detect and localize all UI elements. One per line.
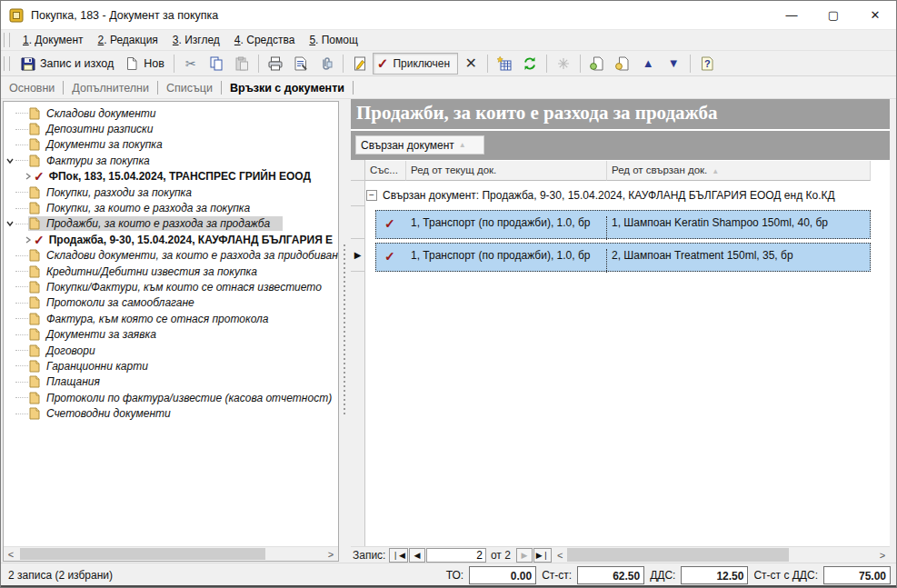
new-button[interactable]: Нов [119, 54, 170, 74]
collapse-group-icon[interactable]: − [366, 190, 377, 201]
paste-button[interactable] [229, 54, 254, 74]
print-button[interactable] [263, 54, 288, 74]
tree-item[interactable]: Протоколи за самооблагане [4, 295, 338, 311]
tree-item-label: Фактури за покупка [46, 154, 150, 167]
print-preview-button[interactable] [288, 54, 314, 74]
chevron-down-icon[interactable] [4, 219, 15, 228]
toolbar-separator [690, 55, 691, 73]
grip-handle[interactable] [4, 56, 10, 71]
tree-item[interactable]: Покупки, за които е разхода за покупка [4, 200, 338, 215]
open-folder-icon [28, 217, 41, 230]
menu-view[interactable]: 3. Изглед [165, 32, 227, 48]
tree-item[interactable]: Протоколи по фактура/известие (касова от… [4, 390, 338, 405]
scroll-right-icon[interactable]: > [324, 547, 338, 562]
chevron-right-icon[interactable] [22, 172, 34, 181]
linked-row[interactable]: ✓ 1, Транспорт (по продажби), 1.0, бр 2,… [375, 243, 871, 272]
menu-tools[interactable]: 4. Средства [227, 32, 303, 48]
tree-item-label: Продажби, за които е разхода за продажба [46, 217, 270, 230]
sort-ascending-icon: ▲ [459, 141, 466, 149]
tab-main[interactable]: Основни [1, 79, 63, 97]
first-record-button[interactable]: ❘◀ [389, 548, 407, 563]
menu-bar: 1. Документ 2. Редакция 3. Изглед 4. Сре… [1, 30, 896, 51]
scroll-left-icon[interactable]: < [553, 548, 567, 563]
new-grid-button[interactable] [492, 54, 517, 74]
tree-item-label: Договори [46, 344, 95, 357]
maximize-button[interactable]: ▢ [812, 1, 854, 29]
check-icon: ✓ [34, 233, 45, 247]
scroll-right-icon[interactable]: > [875, 548, 890, 563]
column-header-linked-doc[interactable]: Ред от свързан док.▲ [607, 161, 871, 181]
tree-item[interactable]: Складови документи [4, 105, 338, 121]
tree-item-label: Покупки, разходи за покупка [46, 186, 192, 199]
copy-document-green-icon [590, 56, 604, 71]
tree-item[interactable]: Покупки, разходи за покупка [4, 184, 338, 200]
tab-lists[interactable]: Списъци [158, 79, 221, 97]
menu-help[interactable]: 5. Помощ [302, 32, 364, 48]
move-up-button[interactable]: ▲ [635, 54, 661, 74]
selector-cell-current: ▶ [351, 239, 364, 272]
column-header-status[interactable]: Със... [365, 161, 406, 181]
tree-item[interactable]: Гаранционни карти [4, 358, 338, 374]
edit-document-button[interactable] [347, 54, 373, 74]
menu-document[interactable]: 1. Документ [15, 32, 91, 48]
refresh-button[interactable] [517, 54, 543, 74]
tree-item[interactable]: Документи за покупка [4, 137, 338, 153]
save-and-exit-button[interactable]: Запис и изход [15, 54, 119, 74]
close-button[interactable]: ✕ [854, 1, 896, 29]
tree-item[interactable]: Кредитни/Дебитни известия за покупка [4, 264, 338, 279]
toolbar-separator [546, 55, 547, 73]
tree-item[interactable]: Плащания [4, 374, 338, 390]
toolbar: Запис и изход Нов ✂ ✓ Приключен ✕ ▲ ▼ ? [1, 51, 896, 76]
tree-item[interactable]: Фактури за покупка [4, 153, 338, 168]
tree-item-label: Протоколи по фактура/известие (касова от… [46, 392, 332, 404]
previous-record-button[interactable]: ◀ [409, 548, 425, 563]
copy-button[interactable] [204, 54, 229, 74]
tree-horizontal-scrollbar[interactable]: < > [4, 546, 338, 561]
tree-item-label: Складови документи [46, 107, 156, 120]
duplicate-document-button[interactable] [610, 54, 635, 74]
last-record-button[interactable]: ▶❘ [533, 548, 552, 563]
scroll-left-icon[interactable]: < [4, 547, 18, 562]
chevron-down-icon[interactable] [4, 156, 15, 165]
help-button[interactable]: ? [694, 54, 720, 74]
folder-icon [28, 407, 41, 420]
grid-horizontal-scrollbar[interactable] [567, 547, 875, 563]
tree-item[interactable]: Договори [4, 343, 338, 358]
tree-item[interactable]: Депозитни разписки [4, 121, 338, 136]
scrollbar-thumb[interactable] [567, 548, 789, 562]
paperclip-icon [319, 56, 334, 71]
folder-icon [28, 265, 41, 278]
completed-status-toggle[interactable]: ✓ Приключен [373, 53, 458, 75]
column-header-current-doc[interactable]: Ред от текущ док. [406, 161, 607, 181]
tree-item[interactable]: Складови документи, за които е разхода з… [4, 248, 338, 264]
tab-document-links[interactable]: Връзки с документи [222, 79, 353, 97]
tree-item-selected[interactable]: Продажби, за които е разхода за продажба [4, 216, 338, 232]
chevron-right-icon[interactable] [22, 235, 34, 244]
folder-icon [28, 186, 41, 199]
move-down-button[interactable]: ▼ [661, 54, 686, 74]
attach-button[interactable] [314, 54, 339, 74]
record-number-input[interactable] [426, 548, 486, 563]
minimize-button[interactable]: — [771, 1, 812, 29]
copy-document-button[interactable] [584, 54, 610, 74]
folder-icon [28, 281, 41, 294]
grip-handle[interactable] [4, 33, 10, 47]
cut-button[interactable]: ✂ [178, 54, 204, 74]
group-by-box[interactable]: Свързан документ ▲ [355, 135, 484, 154]
scrollbar-thumb[interactable] [20, 548, 265, 560]
up-arrow-icon: ▲ [641, 56, 655, 71]
tree-item[interactable]: Фактура, към която се отнася протокола [4, 311, 338, 326]
menu-edit[interactable]: 2. Редакция [91, 32, 165, 48]
snowflake-button[interactable] [551, 54, 576, 74]
tree-item-document[interactable]: ✓Продажба, 9-30, 15.04.2024, КАУФЛАНД БЪ… [4, 232, 338, 247]
panel-splitter[interactable] [339, 99, 351, 563]
tab-additional[interactable]: Допълнителни [64, 79, 157, 97]
tree-item-document[interactable]: ✓ФПок, 183, 15.04.2024, ТРАНСПРЕС ГРИЙН … [4, 169, 338, 184]
linked-row[interactable]: ✓ 1, Транспорт (по продажби), 1.0, бр 1,… [375, 210, 871, 239]
next-record-button[interactable]: ▶ [516, 548, 533, 563]
clear-status-button[interactable]: ✕ [458, 54, 483, 74]
tree-item[interactable]: Документи за заявка [4, 326, 338, 342]
tree-item[interactable]: Покупки/Фактури, към които се отнася изв… [4, 279, 338, 294]
tree-item[interactable]: Счетоводни документи [4, 405, 338, 421]
folder-icon [28, 328, 41, 341]
